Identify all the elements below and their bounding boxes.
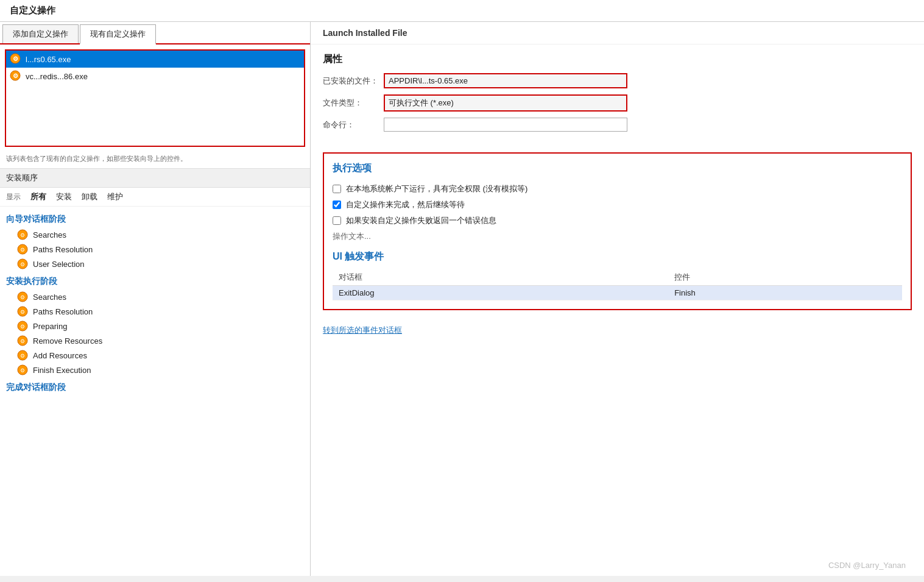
checkbox-error-on-fail[interactable] xyxy=(333,216,341,225)
checkbox-row-2: 自定义操作来完成，然后继续等待 xyxy=(333,199,902,210)
prop-row-file-type: 文件类型： 可执行文件 (*.exe) xyxy=(323,94,912,112)
prop-input-cmdline[interactable] xyxy=(384,118,627,132)
checkbox-row-3: 如果安装自定义操作失败返回一个错误信息 xyxy=(333,215,902,226)
ui-events-title: UI 触发事件 xyxy=(333,250,902,263)
svg-text:⚙: ⚙ xyxy=(20,367,25,374)
events-row[interactable]: ExitDialog Finish xyxy=(333,286,902,300)
svg-text:⚙: ⚙ xyxy=(20,338,25,344)
filter-show-label: 显示 xyxy=(6,192,21,202)
tree-item-preparing[interactable]: ⚙ Preparing xyxy=(0,319,310,333)
list-item[interactable]: ⚙ l...rs0.65.exe xyxy=(6,51,304,68)
prop-value-installed-file[interactable]: APPDIR\l...ts-0.65.exe xyxy=(384,73,627,88)
prop-value-file-type[interactable]: 可执行文件 (*.exe) xyxy=(384,94,627,112)
svg-text:⚙: ⚙ xyxy=(20,261,25,268)
custom-actions-list: ⚙ l...rs0.65.exe ⚙ vc...redis...86.exe xyxy=(5,49,305,147)
tree-item-label: Searches xyxy=(33,293,66,302)
svg-text:⚙: ⚙ xyxy=(20,247,25,253)
properties-section: 属性 已安装的文件： APPDIR\l...ts-0.65.exe 文件类型： … xyxy=(311,44,924,146)
properties-title: 属性 xyxy=(323,53,912,66)
events-cell-dialog: ExitDialog xyxy=(333,286,668,300)
prop-row-cmdline: 命令行： xyxy=(323,118,912,132)
tree-item-paths2[interactable]: ⚙ Paths Resolution xyxy=(0,304,310,319)
install-sequence-title: 安装顺序 xyxy=(0,168,310,188)
tab-add-custom-action[interactable]: 添加自定义操作 xyxy=(2,24,79,43)
tab-existing-custom-action[interactable]: 现有自定义操作 xyxy=(80,24,156,44)
tree-item-label: User Selection xyxy=(33,260,85,269)
svg-text:⚙: ⚙ xyxy=(20,294,25,300)
tree-item-searches1[interactable]: ⚙ Searches xyxy=(0,227,310,242)
left-panel: 添加自定义操作 现有自定义操作 ⚙ l...rs0.65.exe ⚙ xyxy=(0,22,311,576)
filter-bar: 显示 所有 安装 卸载 维护 xyxy=(0,188,310,207)
list-item[interactable]: ⚙ vc...redis...86.exe xyxy=(6,68,304,85)
goto-dialog-link[interactable]: 转到所选的事件对话框 xyxy=(323,325,402,336)
svg-text:⚙: ⚙ xyxy=(20,353,25,359)
filter-maintain[interactable]: 维护 xyxy=(107,191,123,202)
hint-text: 该列表包含了现有的自定义操作，如那些安装向导上的控件。 xyxy=(0,152,310,168)
svg-text:⚙: ⚙ xyxy=(13,55,18,62)
checkbox-wait-complete[interactable] xyxy=(333,201,341,209)
exec-options-section: 执行选项 在本地系统帐户下运行，具有完全权限 (没有模拟等) 自定义操作来完成，… xyxy=(323,152,912,310)
filter-all[interactable]: 所有 xyxy=(30,191,46,202)
events-cell-control: Finish xyxy=(668,286,902,300)
main-container: 添加自定义操作 现有自定义操作 ⚙ l...rs0.65.exe ⚙ xyxy=(0,22,924,576)
tree-item-add-resources[interactable]: ⚙ Add Resources xyxy=(0,348,310,363)
watermark: CSDN @Larry_Yanan xyxy=(828,561,906,570)
tree-item-label: Paths Resolution xyxy=(33,245,93,254)
tree-container: 向导对话框阶段 ⚙ Searches ⚙ Paths Resolution ⚙ … xyxy=(0,207,310,576)
tree-item-searches2[interactable]: ⚙ Searches xyxy=(0,289,310,304)
checkbox-row-1: 在本地系统帐户下运行，具有完全权限 (没有模拟等) xyxy=(333,183,902,194)
tree-item-label: Finish Execution xyxy=(33,366,91,375)
tree-item-finish-execution[interactable]: ⚙ Finish Execution xyxy=(0,363,310,377)
events-col-control: 控件 xyxy=(668,269,902,286)
checkbox-local-system[interactable] xyxy=(333,185,341,193)
phase-wizard-header: 向导对话框阶段 xyxy=(0,209,310,227)
tab-bar: 添加自定义操作 现有自定义操作 xyxy=(0,22,310,44)
item-icon-1: ⚙ xyxy=(10,53,22,65)
events-table: 对话框 控件 ExitDialog Finish xyxy=(333,269,902,300)
checkbox-label-2: 自定义操作来完成，然后继续等待 xyxy=(346,199,465,210)
filter-install[interactable]: 安装 xyxy=(56,191,72,202)
tree-item-label: Searches xyxy=(33,230,66,240)
prop-label-file-type: 文件类型： xyxy=(323,98,384,108)
title-bar: 自定义操作 xyxy=(0,0,924,22)
tree-item-label: Paths Resolution xyxy=(33,307,93,316)
checkbox-label-1: 在本地系统帐户下运行，具有完全权限 (没有模拟等) xyxy=(346,183,527,194)
tree-item-paths1[interactable]: ⚙ Paths Resolution xyxy=(0,242,310,257)
svg-text:⚙: ⚙ xyxy=(20,324,25,330)
list-item-label-1: l...rs0.65.exe xyxy=(26,55,71,64)
right-panel: Launch Installed File 属性 已安装的文件： APPDIR\… xyxy=(311,22,924,576)
tree-item-label: Remove Resources xyxy=(33,336,102,346)
exec-options-title: 执行选项 xyxy=(333,162,902,175)
tree-item-label: Add Resources xyxy=(33,351,87,360)
tree-item-usersel[interactable]: ⚙ User Selection xyxy=(0,257,310,271)
title-text: 自定义操作 xyxy=(10,5,55,16)
checkbox-label-3: 如果安装自定义操作失败返回一个错误信息 xyxy=(346,215,496,226)
prop-row-installed-file: 已安装的文件： APPDIR\l...ts-0.65.exe xyxy=(323,73,912,88)
filter-uninstall[interactable]: 卸载 xyxy=(82,191,97,202)
tree-item-remove-resources[interactable]: ⚙ Remove Resources xyxy=(0,333,310,348)
item-icon-2: ⚙ xyxy=(10,70,22,82)
prop-label-cmdline: 命令行： xyxy=(323,119,384,130)
prop-label-installed-file: 已安装的文件： xyxy=(323,76,384,87)
events-col-dialog: 对话框 xyxy=(333,269,668,286)
tree-item-label: Preparing xyxy=(33,322,67,331)
svg-text:⚙: ⚙ xyxy=(20,309,25,315)
svg-text:⚙: ⚙ xyxy=(13,73,18,79)
phase-install-header: 安装执行阶段 xyxy=(0,271,310,289)
phase-finish-header: 完成对话框阶段 xyxy=(0,377,310,396)
ops-text: 操作文本... xyxy=(333,231,902,242)
list-item-label-2: vc...redis...86.exe xyxy=(26,72,88,81)
svg-text:⚙: ⚙ xyxy=(20,232,25,238)
right-panel-header: Launch Installed File xyxy=(311,22,924,44)
